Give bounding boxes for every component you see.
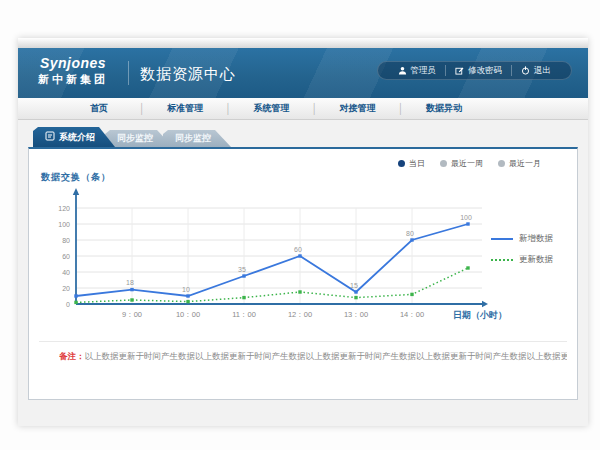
chart-svg: 0204060801001209：0010：0011：0012：0013：001…	[46, 187, 498, 322]
radio-today-label: 当日	[409, 158, 425, 169]
svg-text:80: 80	[62, 237, 70, 244]
nav-separator: │	[312, 103, 318, 114]
svg-text:35: 35	[238, 266, 246, 273]
svg-text:12：00: 12：00	[288, 310, 312, 319]
top-gradient-strip	[18, 38, 588, 48]
app-header: Synjones 新中新集团 数据资源中心 管理员 修改密码	[18, 48, 588, 98]
svg-text:100: 100	[460, 214, 472, 221]
nav-separator: │	[225, 103, 231, 114]
svg-text:10: 10	[182, 286, 190, 293]
tab-system-intro[interactable]: 系统介绍	[33, 127, 115, 147]
radio-today[interactable]: 当日	[398, 158, 425, 169]
svg-text:0: 0	[66, 301, 70, 308]
grid-lines: 0204060801001209：0010：0011：0012：0013：001…	[58, 205, 482, 320]
radio-dot-icon	[498, 160, 505, 167]
nav-item-standard-mgmt[interactable]: 标准管理	[156, 102, 214, 115]
svg-text:80: 80	[406, 230, 414, 237]
radio-last-month-label: 最近一月	[509, 158, 541, 169]
svg-text:60: 60	[294, 246, 302, 253]
footnote-label: 备注：	[59, 351, 85, 361]
dotted-line-swatch-icon	[491, 259, 513, 261]
change-password-label: 修改密码	[468, 65, 502, 77]
radio-dot-icon	[440, 160, 447, 167]
svg-text:11：00: 11：00	[232, 310, 256, 319]
tab-sync-monitor-1[interactable]: 同步监控	[105, 130, 173, 147]
admin-user-label: 管理员	[411, 65, 437, 77]
radio-last-week-label: 最近一周	[451, 158, 483, 169]
chart-legend: 新增数据 更新数据	[491, 233, 553, 266]
content-panel: 当日 最近一周 最近一月 数据交换（条） 0204060801001209：00…	[28, 147, 578, 400]
tab-label: 系统介绍	[59, 131, 95, 144]
note-divider	[39, 341, 567, 342]
legend-label: 更新数据	[519, 254, 553, 266]
y-axis-label: 数据交换（条）	[41, 171, 111, 184]
legend-item-new-data[interactable]: 新增数据	[491, 233, 553, 245]
user-toolbar: 管理员 修改密码 退出	[377, 61, 573, 80]
header-divider	[128, 61, 129, 85]
svg-text:60: 60	[62, 253, 70, 260]
brand-logo-cn: 新中新集团	[38, 72, 108, 87]
svg-text:15: 15	[350, 282, 358, 289]
logout-button[interactable]: 退出	[512, 65, 560, 77]
legend-label: 新增数据	[519, 233, 553, 245]
tab-bar: 系统介绍 同步监控 同步监控	[33, 127, 231, 147]
admin-user-button[interactable]: 管理员	[389, 65, 446, 77]
tab-label: 同步监控	[175, 132, 211, 145]
svg-text:13：00: 13：00	[344, 310, 368, 319]
nav-item-data-change[interactable]: 数据异动	[415, 102, 473, 115]
radio-dot-icon	[398, 160, 405, 167]
document-icon	[45, 131, 55, 143]
footnote: 备注：以上数据更新于时间产生数据以上数据更新于时间产生数据以上数据更新于时间产生…	[59, 351, 567, 363]
nav-separator: │	[139, 103, 145, 114]
tab-label: 同步监控	[117, 132, 153, 145]
radio-last-week[interactable]: 最近一周	[440, 158, 483, 169]
svg-text:20: 20	[62, 285, 70, 292]
svg-text:120: 120	[58, 205, 70, 212]
solid-line-swatch-icon	[491, 238, 513, 240]
edit-icon	[455, 66, 464, 75]
svg-text:10：00: 10：00	[176, 310, 200, 319]
change-password-button[interactable]: 修改密码	[446, 65, 511, 77]
screenshot-stage: Synjones 新中新集团 数据资源中心 管理员 修改密码	[0, 0, 600, 450]
nav-item-interface-mgmt[interactable]: 对接管理	[329, 102, 387, 115]
footnote-text: 以上数据更新于时间产生数据以上数据更新于时间产生数据以上数据更新于时间产生数据以…	[85, 351, 568, 361]
legend-item-update-data[interactable]: 更新数据	[491, 254, 553, 266]
x-axis-label: 日期（小时）	[453, 309, 507, 322]
svg-text:40: 40	[62, 269, 70, 276]
svg-text:9：00: 9：00	[122, 310, 142, 319]
nav-separator: │	[398, 103, 404, 114]
tab-sync-monitor-2[interactable]: 同步监控	[163, 130, 231, 147]
time-filter-group: 当日 最近一周 最近一月	[398, 158, 541, 169]
brand-logo-en: Synjones	[38, 55, 108, 71]
svg-text:14：00: 14：00	[400, 310, 424, 319]
page-title: 数据资源中心	[140, 65, 236, 84]
nav-item-home[interactable]: 首页	[70, 102, 128, 115]
radio-last-month[interactable]: 最近一月	[498, 158, 541, 169]
power-icon	[521, 66, 530, 75]
user-icon	[398, 66, 407, 75]
main-nav: 首页 │ 标准管理 │ 系统管理 │ 对接管理 │ 数据异动	[18, 98, 588, 120]
nav-item-system-mgmt[interactable]: 系统管理	[243, 102, 301, 115]
logout-label: 退出	[534, 65, 551, 77]
brand-logo: Synjones 新中新集团	[38, 55, 108, 87]
svg-text:18: 18	[126, 279, 134, 286]
app-window: Synjones 新中新集团 数据资源中心 管理员 修改密码	[18, 38, 588, 426]
svg-text:100: 100	[58, 221, 70, 228]
